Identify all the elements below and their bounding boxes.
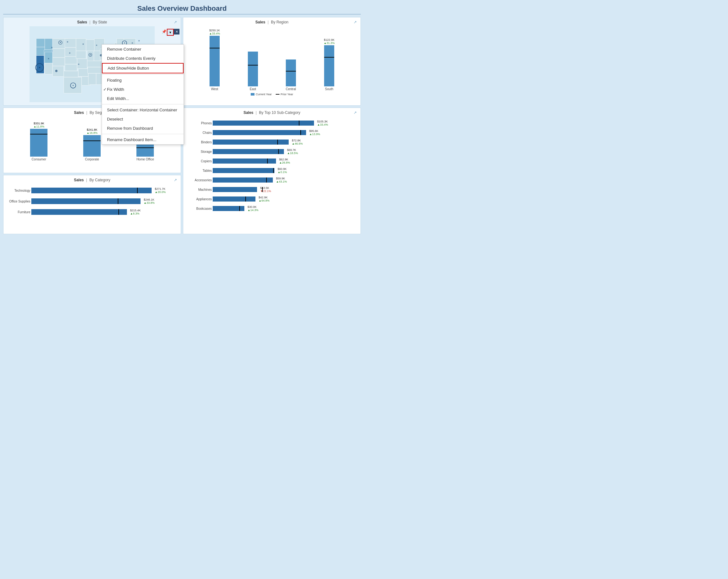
south-label: South — [325, 87, 333, 91]
svg-rect-9 — [53, 49, 65, 58]
svg-rect-11 — [45, 52, 53, 63]
region-panel: Sales | By Region ↗ $250.1K ▲33.4% West — [183, 17, 361, 106]
menu-item-select-container[interactable]: Select Container: Horizontal Container — [102, 105, 184, 114]
svg-point-62 — [132, 43, 133, 44]
svg-rect-18 — [63, 71, 78, 77]
page-title: Sales Overview Dashboard — [3, 3, 361, 15]
subcategory-panel-title: Sales | By Top 10 Sub-Category — [186, 110, 358, 115]
menu-item-floating[interactable]: Floating — [102, 76, 184, 85]
close-button[interactable]: ✕ — [174, 29, 180, 34]
subcategory-external-icon[interactable]: ↗ — [354, 110, 358, 115]
subcat-row-copiers: Copiers $62.9K▲26.8% — [213, 158, 355, 164]
svg-rect-19 — [63, 77, 81, 93]
subcategory-panel: Sales | By Top 10 Sub-Category ↗ Phones … — [183, 108, 361, 234]
map-panel-title: Sales | By State — [6, 20, 178, 24]
subcat-row-bookcases: Bookcases $30.0K▲14.3% — [213, 205, 355, 212]
category-panel-title: Sales | By Category — [6, 178, 178, 182]
home-office-label: Home Office — [136, 158, 154, 161]
svg-point-63 — [83, 43, 84, 45]
svg-rect-20 — [76, 38, 86, 51]
svg-rect-14 — [65, 38, 76, 48]
svg-point-56 — [69, 53, 70, 54]
category-external-icon[interactable]: ↗ — [174, 178, 178, 182]
south-value: $122.9K — [324, 38, 335, 42]
svg-point-44 — [39, 67, 40, 68]
subcat-row-chairs: Chairs $95.6K▲13.9% — [213, 129, 355, 136]
subcat-row-binders: Binders $72.8K▲46.5% — [213, 139, 355, 145]
svg-point-55 — [51, 47, 53, 48]
svg-rect-23 — [78, 69, 88, 77]
west-value: $250.1K — [209, 29, 220, 32]
menu-item-add-show-hide[interactable]: Add Show/Hide Button — [102, 63, 184, 73]
subcat-row-storage: Storage $69.7K▲18.5% — [213, 149, 355, 155]
category-row-furniture: Furniture $215.4K▲8.3% — [31, 209, 175, 215]
svg-rect-13 — [53, 66, 63, 77]
east-label: East — [250, 87, 256, 91]
consumer-label: Consumer — [32, 158, 46, 161]
svg-rect-15 — [65, 48, 76, 56]
subcat-row-accessories: Accessories $59.9K▲43.1% — [213, 177, 355, 183]
map-panel: Sales | By State ↗ ✕ 📌 ▼ Remove Containe… — [3, 17, 181, 106]
region-legend: Current Year Prior Year — [189, 93, 355, 96]
south-growth: ▲31.3% — [324, 42, 335, 45]
svg-rect-21 — [76, 51, 86, 59]
svg-rect-32 — [88, 73, 96, 84]
subcat-row-appliances: Appliances $42.9K▲64.8% — [213, 196, 355, 202]
prior-year-legend-line — [276, 94, 280, 95]
menu-item-fix-width[interactable]: Fix Width — [102, 85, 184, 94]
consumer-value: $331.9K — [33, 122, 44, 125]
svg-rect-12 — [45, 63, 53, 74]
svg-rect-28 — [94, 51, 100, 61]
svg-rect-4 — [36, 47, 45, 56]
svg-rect-25 — [86, 40, 95, 51]
menu-item-rename-item[interactable]: Rename Dashboard Item... — [102, 135, 184, 144]
menu-item-distribute-evenly[interactable]: Distribute Contents Evenly — [102, 54, 184, 63]
svg-point-65 — [96, 45, 97, 46]
central-label: Central — [286, 87, 296, 91]
west-label: West — [211, 87, 218, 91]
corporate-label: Corporate — [85, 158, 99, 161]
map-external-icon[interactable]: ↗ — [174, 20, 178, 24]
subcat-row-phones: Phones $105.3K▲33.4% — [213, 120, 355, 126]
svg-point-46 — [60, 42, 61, 43]
category-panel: Sales | By Category ↗ Technology $271.7K… — [3, 175, 181, 234]
divider-1 — [102, 74, 184, 75]
svg-rect-17 — [65, 64, 77, 71]
subcat-row-machines: Machines $43.5K▼22.1% — [213, 186, 355, 193]
divider-2 — [102, 104, 184, 104]
context-menu: Remove Container Distribute Contents Eve… — [102, 44, 184, 144]
menu-item-remove-from-dashboard[interactable]: Remove from Dashboard — [102, 124, 184, 133]
prior-year-legend-label: Prior Year — [281, 93, 293, 96]
menu-item-remove-container[interactable]: Remove Container — [102, 45, 184, 54]
svg-point-50 — [90, 54, 91, 55]
svg-rect-7 — [45, 38, 53, 50]
category-chart: Technology $271.7K▲20.0% Office Supplies… — [6, 184, 178, 218]
svg-point-52 — [124, 43, 125, 44]
current-year-legend-box — [251, 93, 255, 96]
corporate-value: $241.8K — [87, 128, 98, 131]
svg-rect-10 — [53, 58, 65, 66]
svg-point-67 — [48, 58, 49, 59]
consumer-growth: ▲11.8% — [33, 125, 44, 128]
svg-point-69 — [56, 71, 57, 72]
menu-item-deselect[interactable]: Deselect — [102, 114, 184, 124]
current-year-legend-label: Current Year — [256, 93, 272, 96]
dropdown-button[interactable]: ▼ — [167, 29, 174, 36]
west-growth: ▲33.4% — [209, 32, 220, 35]
corporate-growth: ▲16.8% — [87, 131, 98, 134]
pin-button[interactable]: 📌 — [161, 29, 167, 34]
menu-item-edit-width[interactable]: Edit Width... — [102, 94, 184, 103]
subcat-row-tables: Tables $60.9K▲0.1% — [213, 167, 355, 174]
svg-rect-16 — [65, 56, 77, 64]
subcategory-chart: Phones $105.3K▲33.4% Chairs $95.6K▲13.9%… — [186, 117, 358, 215]
svg-point-57 — [78, 63, 79, 65]
svg-point-64 — [67, 41, 68, 43]
category-row-office-supplies: Office Supplies $246.1K▲33.8% — [31, 198, 175, 204]
category-row-technology: Technology $271.7K▲20.0% — [31, 187, 175, 194]
divider-3 — [102, 134, 184, 134]
svg-point-48 — [73, 85, 74, 86]
svg-rect-3 — [36, 38, 45, 47]
region-external-icon[interactable]: ↗ — [354, 20, 358, 24]
svg-point-66 — [138, 40, 139, 42]
region-panel-title: Sales | By Region — [186, 20, 358, 24]
